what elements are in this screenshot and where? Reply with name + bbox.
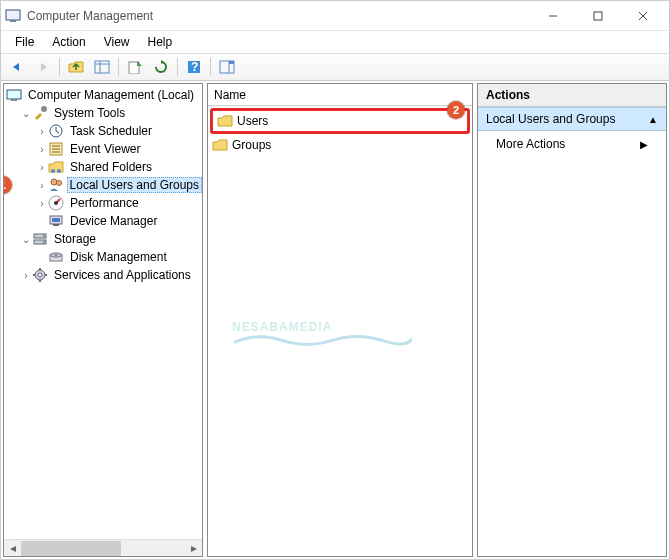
close-button[interactable]: [620, 2, 665, 30]
collapse-icon[interactable]: ⌄: [20, 108, 32, 119]
titlebar: Computer Management: [1, 1, 669, 31]
list-body[interactable]: 2 Users Groups: [208, 106, 472, 156]
callout-2: 2: [447, 101, 465, 119]
list-item-label: Users: [237, 114, 268, 128]
action-pane-icon: [219, 60, 235, 74]
tree-task-scheduler[interactable]: › Task Scheduler: [6, 122, 202, 140]
expand-icon[interactable]: ›: [20, 270, 32, 281]
tree-services-apps[interactable]: › Services and Applications: [6, 266, 202, 284]
tree-label: Shared Folders: [67, 159, 155, 175]
svg-rect-16: [11, 99, 17, 101]
help-button[interactable]: ?: [182, 56, 206, 78]
actions-header: Actions: [478, 84, 666, 107]
tree-performance[interactable]: › Performance: [6, 194, 202, 212]
list-item-groups[interactable]: Groups: [210, 136, 470, 154]
list-item-users[interactable]: Users: [215, 112, 465, 130]
menu-view[interactable]: View: [96, 33, 138, 51]
svg-point-35: [43, 241, 45, 243]
tree-label: Task Scheduler: [67, 123, 155, 139]
storage-icon: [32, 231, 48, 247]
svg-rect-14: [229, 61, 234, 64]
scroll-right-icon[interactable]: ▸: [185, 540, 202, 557]
actions-context-label: Local Users and Groups: [486, 112, 615, 126]
tree-system-tools[interactable]: ⌄ System Tools: [6, 104, 202, 122]
device-manager-icon: [48, 213, 64, 229]
tools-icon: [32, 105, 48, 121]
tree-label: Local Users and Groups: [67, 177, 202, 193]
maximize-button[interactable]: [575, 2, 620, 30]
tree-storage[interactable]: ⌄ Storage: [6, 230, 202, 248]
toolbar: ?: [1, 53, 669, 81]
tree[interactable]: Computer Management (Local) ⌄ System Too…: [4, 84, 202, 539]
expand-icon[interactable]: ›: [36, 198, 48, 209]
callout-1: 1: [4, 176, 12, 194]
scroll-left-icon[interactable]: ◂: [4, 540, 21, 557]
export-list-button[interactable]: [123, 56, 147, 78]
tree-panel: Computer Management (Local) ⌄ System Too…: [3, 83, 203, 557]
event-viewer-icon: [48, 141, 64, 157]
folder-icon: [212, 138, 228, 152]
collapse-icon[interactable]: ▲: [648, 114, 658, 125]
svg-rect-0: [6, 10, 20, 20]
back-arrow-icon: [9, 61, 25, 73]
svg-point-28: [54, 201, 58, 205]
show-hide-tree-button[interactable]: [90, 56, 114, 78]
expand-icon[interactable]: ›: [36, 126, 48, 137]
tree-horizontal-scrollbar[interactable]: ◂ ▸: [4, 539, 202, 556]
tree-label: Storage: [51, 231, 99, 247]
column-name: Name: [214, 88, 246, 102]
services-icon: [32, 267, 48, 283]
list-column-header[interactable]: Name: [208, 84, 472, 106]
svg-point-25: [51, 179, 57, 185]
tree-device-manager[interactable]: › Device Manager: [6, 212, 202, 230]
expand-icon[interactable]: ›: [36, 180, 48, 191]
collapse-icon[interactable]: ⌄: [20, 234, 32, 245]
svg-rect-1: [10, 20, 16, 22]
svg-point-26: [56, 181, 61, 186]
shared-folders-icon: [48, 159, 64, 175]
menubar: File Action View Help: [1, 31, 669, 53]
refresh-icon: [154, 60, 168, 74]
expand-icon[interactable]: ›: [36, 144, 48, 155]
computer-management-icon: [6, 87, 22, 103]
tree-label: Event Viewer: [67, 141, 143, 157]
tree-event-viewer[interactable]: › Event Viewer: [6, 140, 202, 158]
menu-action[interactable]: Action: [44, 33, 93, 51]
forward-button[interactable]: [31, 56, 55, 78]
folder-up-icon: [68, 60, 84, 74]
tree-local-users-groups[interactable]: 1 › Local Users and Groups: [6, 176, 202, 194]
menu-help[interactable]: Help: [140, 33, 181, 51]
tree-root[interactable]: Computer Management (Local): [6, 86, 202, 104]
help-icon: ?: [187, 60, 201, 74]
watermark: NESABAMEDIA: [232, 307, 412, 349]
svg-point-40: [38, 273, 42, 277]
export-icon: [127, 60, 143, 74]
clock-icon: [48, 123, 64, 139]
svg-point-23: [51, 169, 55, 173]
window-title: Computer Management: [27, 9, 530, 23]
forward-arrow-icon: [35, 61, 51, 73]
actions-more-actions[interactable]: More Actions ▶: [478, 131, 666, 157]
actions-context-bar[interactable]: Local Users and Groups ▲: [478, 107, 666, 131]
up-folder-button[interactable]: [64, 56, 88, 78]
folder-icon: [217, 114, 233, 128]
disk-management-icon: [48, 249, 64, 265]
expand-icon[interactable]: ›: [36, 162, 48, 173]
svg-rect-15: [7, 90, 21, 99]
users-groups-icon: [48, 177, 64, 193]
svg-rect-30: [53, 224, 59, 226]
show-hide-action-pane-button[interactable]: [215, 56, 239, 78]
svg-rect-31: [52, 218, 60, 222]
highlight-annotation: 2 Users: [210, 108, 470, 134]
scrollbar-thumb[interactable]: [21, 541, 121, 556]
refresh-button[interactable]: [149, 56, 173, 78]
tree-disk-management[interactable]: › Disk Management: [6, 248, 202, 266]
menu-file[interactable]: File: [7, 33, 42, 51]
list-item-label: Groups: [232, 138, 271, 152]
computer-management-icon: [5, 8, 21, 24]
minimize-button[interactable]: [530, 2, 575, 30]
tree-shared-folders[interactable]: › Shared Folders: [6, 158, 202, 176]
back-button[interactable]: [5, 56, 29, 78]
performance-icon: [48, 195, 64, 211]
tree-label: Services and Applications: [51, 267, 194, 283]
